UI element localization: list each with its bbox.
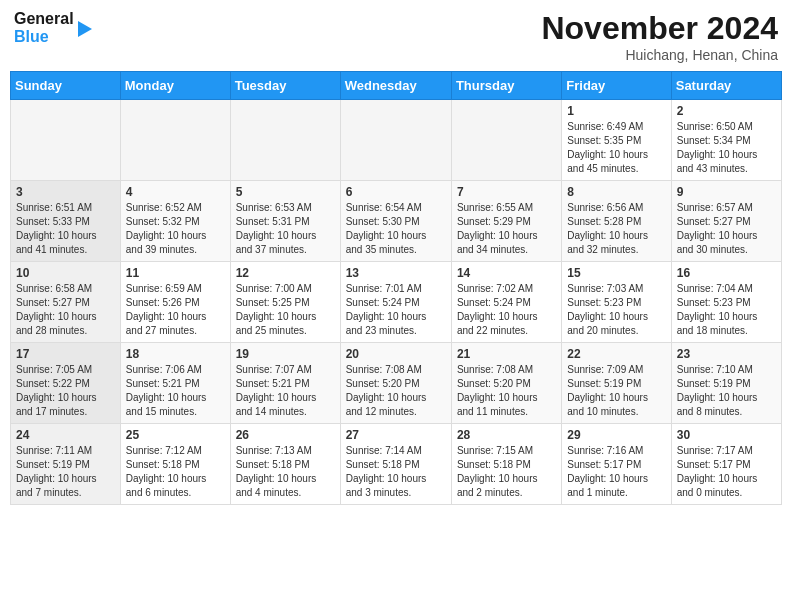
day-info: Sunrise: 7:07 AM Sunset: 5:21 PM Dayligh…: [236, 363, 335, 419]
calendar-day-cell: 8Sunrise: 6:56 AM Sunset: 5:28 PM Daylig…: [562, 181, 671, 262]
calendar-day-cell: 9Sunrise: 6:57 AM Sunset: 5:27 PM Daylig…: [671, 181, 781, 262]
calendar-day-cell: 17Sunrise: 7:05 AM Sunset: 5:22 PM Dayli…: [11, 343, 121, 424]
day-info: Sunrise: 7:10 AM Sunset: 5:19 PM Dayligh…: [677, 363, 776, 419]
calendar-week-row: 10Sunrise: 6:58 AM Sunset: 5:27 PM Dayli…: [11, 262, 782, 343]
days-of-week-row: SundayMondayTuesdayWednesdayThursdayFrid…: [11, 72, 782, 100]
calendar-day-cell: [11, 100, 121, 181]
calendar-table: SundayMondayTuesdayWednesdayThursdayFrid…: [10, 71, 782, 505]
day-number: 23: [677, 347, 776, 361]
day-number: 18: [126, 347, 225, 361]
calendar-day-cell: 23Sunrise: 7:10 AM Sunset: 5:19 PM Dayli…: [671, 343, 781, 424]
day-number: 20: [346, 347, 446, 361]
day-info: Sunrise: 6:54 AM Sunset: 5:30 PM Dayligh…: [346, 201, 446, 257]
logo-arrow-icon: [78, 21, 92, 37]
day-info: Sunrise: 6:53 AM Sunset: 5:31 PM Dayligh…: [236, 201, 335, 257]
logo-name: General Blue: [14, 10, 74, 45]
calendar-day-cell: 3Sunrise: 6:51 AM Sunset: 5:33 PM Daylig…: [11, 181, 121, 262]
day-number: 16: [677, 266, 776, 280]
day-info: Sunrise: 7:16 AM Sunset: 5:17 PM Dayligh…: [567, 444, 665, 500]
calendar-day-cell: 25Sunrise: 7:12 AM Sunset: 5:18 PM Dayli…: [120, 424, 230, 505]
day-number: 26: [236, 428, 335, 442]
day-of-week-header: Tuesday: [230, 72, 340, 100]
day-info: Sunrise: 7:03 AM Sunset: 5:23 PM Dayligh…: [567, 282, 665, 338]
day-of-week-header: Thursday: [451, 72, 561, 100]
day-info: Sunrise: 7:08 AM Sunset: 5:20 PM Dayligh…: [346, 363, 446, 419]
day-info: Sunrise: 6:55 AM Sunset: 5:29 PM Dayligh…: [457, 201, 556, 257]
day-number: 28: [457, 428, 556, 442]
calendar-day-cell: 2Sunrise: 6:50 AM Sunset: 5:34 PM Daylig…: [671, 100, 781, 181]
calendar-header: SundayMondayTuesdayWednesdayThursdayFrid…: [11, 72, 782, 100]
calendar-week-row: 1Sunrise: 6:49 AM Sunset: 5:35 PM Daylig…: [11, 100, 782, 181]
calendar-day-cell: 24Sunrise: 7:11 AM Sunset: 5:19 PM Dayli…: [11, 424, 121, 505]
day-number: 22: [567, 347, 665, 361]
calendar-day-cell: 22Sunrise: 7:09 AM Sunset: 5:19 PM Dayli…: [562, 343, 671, 424]
calendar-day-cell: 27Sunrise: 7:14 AM Sunset: 5:18 PM Dayli…: [340, 424, 451, 505]
day-info: Sunrise: 6:51 AM Sunset: 5:33 PM Dayligh…: [16, 201, 115, 257]
calendar-day-cell: 1Sunrise: 6:49 AM Sunset: 5:35 PM Daylig…: [562, 100, 671, 181]
month-year-title: November 2024: [541, 10, 778, 47]
calendar-week-row: 24Sunrise: 7:11 AM Sunset: 5:19 PM Dayli…: [11, 424, 782, 505]
calendar-day-cell: 5Sunrise: 6:53 AM Sunset: 5:31 PM Daylig…: [230, 181, 340, 262]
day-info: Sunrise: 7:02 AM Sunset: 5:24 PM Dayligh…: [457, 282, 556, 338]
calendar-day-cell: [340, 100, 451, 181]
day-number: 10: [16, 266, 115, 280]
day-info: Sunrise: 7:01 AM Sunset: 5:24 PM Dayligh…: [346, 282, 446, 338]
day-number: 9: [677, 185, 776, 199]
calendar-day-cell: 10Sunrise: 6:58 AM Sunset: 5:27 PM Dayli…: [11, 262, 121, 343]
day-of-week-header: Wednesday: [340, 72, 451, 100]
day-number: 14: [457, 266, 556, 280]
calendar-day-cell: 18Sunrise: 7:06 AM Sunset: 5:21 PM Dayli…: [120, 343, 230, 424]
day-info: Sunrise: 7:17 AM Sunset: 5:17 PM Dayligh…: [677, 444, 776, 500]
day-number: 27: [346, 428, 446, 442]
day-of-week-header: Saturday: [671, 72, 781, 100]
calendar-day-cell: 15Sunrise: 7:03 AM Sunset: 5:23 PM Dayli…: [562, 262, 671, 343]
day-of-week-header: Friday: [562, 72, 671, 100]
day-number: 3: [16, 185, 115, 199]
day-info: Sunrise: 7:15 AM Sunset: 5:18 PM Dayligh…: [457, 444, 556, 500]
day-info: Sunrise: 7:04 AM Sunset: 5:23 PM Dayligh…: [677, 282, 776, 338]
logo-general-text: General: [14, 10, 74, 28]
logo: General Blue: [14, 10, 92, 45]
day-info: Sunrise: 7:08 AM Sunset: 5:20 PM Dayligh…: [457, 363, 556, 419]
day-number: 15: [567, 266, 665, 280]
calendar-day-cell: [451, 100, 561, 181]
calendar-day-cell: 11Sunrise: 6:59 AM Sunset: 5:26 PM Dayli…: [120, 262, 230, 343]
day-info: Sunrise: 6:49 AM Sunset: 5:35 PM Dayligh…: [567, 120, 665, 176]
calendar-day-cell: 6Sunrise: 6:54 AM Sunset: 5:30 PM Daylig…: [340, 181, 451, 262]
location-subtitle: Huichang, Henan, China: [541, 47, 778, 63]
day-info: Sunrise: 6:56 AM Sunset: 5:28 PM Dayligh…: [567, 201, 665, 257]
day-number: 21: [457, 347, 556, 361]
calendar-day-cell: 28Sunrise: 7:15 AM Sunset: 5:18 PM Dayli…: [451, 424, 561, 505]
day-info: Sunrise: 7:05 AM Sunset: 5:22 PM Dayligh…: [16, 363, 115, 419]
calendar-day-cell: 16Sunrise: 7:04 AM Sunset: 5:23 PM Dayli…: [671, 262, 781, 343]
day-info: Sunrise: 7:11 AM Sunset: 5:19 PM Dayligh…: [16, 444, 115, 500]
day-of-week-header: Sunday: [11, 72, 121, 100]
day-info: Sunrise: 7:09 AM Sunset: 5:19 PM Dayligh…: [567, 363, 665, 419]
day-info: Sunrise: 7:00 AM Sunset: 5:25 PM Dayligh…: [236, 282, 335, 338]
day-info: Sunrise: 6:58 AM Sunset: 5:27 PM Dayligh…: [16, 282, 115, 338]
day-number: 13: [346, 266, 446, 280]
day-info: Sunrise: 7:06 AM Sunset: 5:21 PM Dayligh…: [126, 363, 225, 419]
page-header: General Blue November 2024 Huichang, Hen…: [10, 10, 782, 63]
calendar-day-cell: 13Sunrise: 7:01 AM Sunset: 5:24 PM Dayli…: [340, 262, 451, 343]
day-number: 11: [126, 266, 225, 280]
day-info: Sunrise: 6:52 AM Sunset: 5:32 PM Dayligh…: [126, 201, 225, 257]
day-number: 25: [126, 428, 225, 442]
day-number: 5: [236, 185, 335, 199]
day-number: 1: [567, 104, 665, 118]
day-number: 7: [457, 185, 556, 199]
day-number: 24: [16, 428, 115, 442]
day-info: Sunrise: 7:12 AM Sunset: 5:18 PM Dayligh…: [126, 444, 225, 500]
day-number: 2: [677, 104, 776, 118]
day-number: 30: [677, 428, 776, 442]
calendar-day-cell: 19Sunrise: 7:07 AM Sunset: 5:21 PM Dayli…: [230, 343, 340, 424]
day-info: Sunrise: 7:14 AM Sunset: 5:18 PM Dayligh…: [346, 444, 446, 500]
calendar-day-cell: [230, 100, 340, 181]
calendar-day-cell: 14Sunrise: 7:02 AM Sunset: 5:24 PM Dayli…: [451, 262, 561, 343]
calendar-day-cell: 29Sunrise: 7:16 AM Sunset: 5:17 PM Dayli…: [562, 424, 671, 505]
calendar-week-row: 17Sunrise: 7:05 AM Sunset: 5:22 PM Dayli…: [11, 343, 782, 424]
day-of-week-header: Monday: [120, 72, 230, 100]
calendar-day-cell: 20Sunrise: 7:08 AM Sunset: 5:20 PM Dayli…: [340, 343, 451, 424]
day-number: 4: [126, 185, 225, 199]
calendar-day-cell: 30Sunrise: 7:17 AM Sunset: 5:17 PM Dayli…: [671, 424, 781, 505]
